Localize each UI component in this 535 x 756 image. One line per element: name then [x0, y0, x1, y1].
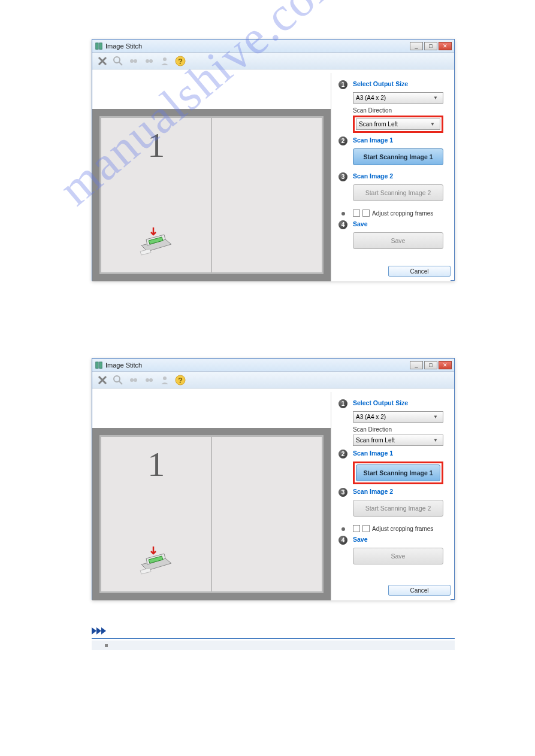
person-icon[interactable] — [158, 54, 171, 68]
image-stitch-dialog-2: Image Stitch _ □ ✕ ? 1 — [92, 358, 455, 600]
step-3-label: Scan Image 2 — [353, 172, 393, 180]
rotate-left-icon[interactable] — [127, 374, 140, 387]
svg-point-17 — [130, 378, 134, 382]
scan-direction-value: Scan from Left — [356, 437, 395, 444]
chevron-down-icon: ▼ — [431, 95, 440, 101]
save-button: Save — [353, 232, 443, 249]
svg-rect-15 — [99, 362, 102, 368]
step-2-label: Scan Image 1 — [353, 136, 393, 144]
note-box — [92, 640, 455, 650]
scanner-icon — [135, 221, 177, 257]
scan-direction-label: Scan Direction — [353, 426, 443, 433]
titlebar-text: Image Stitch — [105, 42, 410, 50]
step-4-label: Save — [353, 536, 368, 543]
cancel-button[interactable]: Cancel — [388, 266, 451, 277]
divider — [92, 638, 455, 639]
svg-marker-28 — [92, 627, 96, 634]
crop-checkbox-outer[interactable] — [353, 525, 360, 532]
magnifier-icon[interactable] — [111, 374, 125, 387]
step-2-badge: 2 — [338, 450, 347, 459]
rotate-left-icon[interactable] — [127, 54, 140, 68]
step-dot — [341, 212, 345, 215]
svg-point-5 — [146, 59, 149, 63]
svg-text:?: ? — [178, 376, 183, 385]
bullet-icon — [105, 644, 108, 647]
minimize-button[interactable]: _ — [410, 42, 423, 50]
rotate-right-icon[interactable] — [143, 54, 156, 68]
side-panel: 1 Select Output Size A3 (A4 x 2) ▼ Scan … — [331, 73, 451, 281]
svg-point-4 — [134, 59, 137, 63]
delete-icon[interactable] — [96, 54, 109, 68]
page-number: 1 — [147, 125, 165, 165]
rotate-right-icon[interactable] — [143, 374, 156, 387]
svg-marker-30 — [101, 627, 106, 634]
preview-area: 1 — [92, 388, 331, 600]
highlight-scan-direction: Scan from Left ▼ — [353, 116, 443, 133]
scan-direction-dropdown[interactable]: Scan from Left ▼ — [353, 435, 443, 446]
step-2-label: Scan Image 1 — [353, 450, 393, 457]
app-icon — [95, 361, 103, 369]
crop-checkbox-inner[interactable] — [362, 525, 370, 532]
close-button[interactable]: ✕ — [439, 42, 452, 50]
start-scan-2-button: Start Scanning Image 2 — [353, 500, 443, 517]
step-4-label: Save — [353, 220, 368, 227]
scan-direction-value: Scan from Left — [359, 121, 398, 127]
svg-point-2 — [114, 57, 120, 63]
start-scan-1-button[interactable]: Start Scanning Image 1 — [356, 464, 440, 481]
step-3-label: Scan Image 2 — [353, 488, 393, 495]
cancel-button[interactable]: Cancel — [388, 585, 451, 596]
step-4-badge: 4 — [338, 220, 347, 229]
crop-checkbox-outer[interactable] — [353, 210, 360, 217]
step-2-badge: 2 — [338, 136, 347, 145]
svg-point-20 — [149, 378, 153, 382]
svg-marker-29 — [96, 627, 101, 634]
note-section — [92, 627, 455, 650]
svg-text:?: ? — [178, 57, 183, 66]
delete-icon[interactable] — [96, 374, 109, 387]
step-4-badge: 4 — [338, 536, 347, 545]
titlebar: Image Stitch _ □ ✕ — [92, 359, 454, 372]
output-size-dropdown[interactable]: A3 (A4 x 2) ▼ — [353, 411, 443, 423]
svg-rect-0 — [96, 42, 98, 49]
svg-marker-13 — [140, 249, 151, 255]
maximize-button[interactable]: □ — [424, 42, 437, 50]
scanner-icon — [135, 541, 177, 576]
magnifier-icon[interactable] — [111, 54, 125, 68]
side-panel: 1 Select Output Size A3 (A4 x 2) ▼ Scan … — [331, 392, 451, 600]
minimize-button[interactable]: _ — [410, 361, 423, 369]
svg-point-18 — [134, 378, 137, 382]
chevron-down-icon: ▼ — [431, 414, 440, 420]
output-size-value: A3 (A4 x 2) — [356, 95, 386, 101]
step-1-label: Select Output Size — [353, 399, 408, 406]
output-size-dropdown[interactable]: A3 (A4 x 2) ▼ — [353, 92, 443, 104]
chevron-down-icon: ▼ — [431, 438, 440, 443]
svg-rect-14 — [96, 362, 98, 368]
start-scan-1-button[interactable]: Start Scanning Image 1 — [353, 148, 443, 165]
close-button[interactable]: ✕ — [439, 361, 452, 369]
app-icon — [95, 42, 103, 50]
svg-rect-1 — [99, 42, 102, 49]
svg-point-3 — [130, 59, 134, 63]
step-1-badge: 1 — [338, 399, 347, 408]
step-3-badge: 3 — [338, 172, 347, 181]
toolbar: ? — [92, 372, 454, 388]
step-3-badge: 3 — [338, 488, 347, 497]
image-stitch-dialog-1: Image Stitch _ □ ✕ ? 1 — [92, 39, 455, 281]
help-icon[interactable]: ? — [174, 54, 187, 68]
maximize-button[interactable]: □ — [424, 361, 437, 369]
scan-direction-label: Scan Direction — [353, 107, 443, 114]
crop-checkbox-label: Adjust cropping frames — [372, 526, 433, 532]
scan-direction-dropdown[interactable]: Scan from Left ▼ — [356, 119, 440, 130]
crop-checkbox-label: Adjust cropping frames — [372, 210, 433, 217]
save-button: Save — [353, 548, 443, 564]
output-size-value: A3 (A4 x 2) — [356, 414, 386, 420]
highlight-start-scan-1: Start Scanning Image 1 — [353, 462, 443, 484]
step-1-badge: 1 — [338, 80, 347, 89]
svg-point-7 — [163, 57, 167, 61]
crop-checkbox-inner[interactable] — [362, 210, 370, 217]
person-icon[interactable] — [158, 374, 171, 387]
chevron-down-icon: ▼ — [428, 122, 437, 127]
help-icon[interactable]: ? — [174, 374, 187, 387]
chevrons-icon — [92, 627, 455, 634]
preview-area: 1 — [92, 69, 331, 281]
